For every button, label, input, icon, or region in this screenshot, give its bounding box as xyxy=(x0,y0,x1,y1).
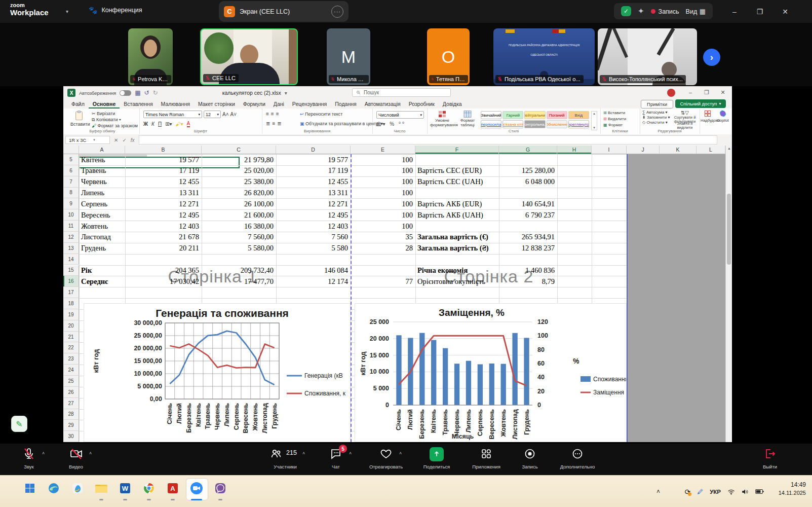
taskbar-icon-explorer[interactable] xyxy=(94,481,109,496)
delete-cells-button[interactable]: ⊟ Видалити xyxy=(603,117,626,121)
taskbar-clock[interactable]: 14:49 14.11.2025 xyxy=(779,481,806,497)
cell-B15[interactable]: 204 365 xyxy=(127,266,199,275)
cell-F15[interactable]: Річна економія xyxy=(417,266,496,275)
cell-G6[interactable]: 125 280,00 xyxy=(501,166,555,175)
increase-font-icon[interactable]: A˄ xyxy=(222,112,229,117)
taskbar-icon-acrobat[interactable]: A xyxy=(165,481,180,496)
cell-B13[interactable]: 20 211 xyxy=(127,244,199,252)
underline-button[interactable]: П xyxy=(158,121,162,127)
excel-menu-tab-Формули[interactable]: Формули xyxy=(239,99,269,108)
clear-button[interactable]: ◇ Очистити ▾ xyxy=(642,120,668,125)
ai-companion-icon[interactable]: ✦ xyxy=(638,7,644,16)
scroll-up-icon[interactable]: ▲ xyxy=(726,147,732,150)
participants-chevron-icon[interactable]: ˄ xyxy=(302,451,305,456)
security-shield-icon[interactable]: ✓ xyxy=(621,6,631,16)
addins-button[interactable]: Надбудови xyxy=(701,110,715,123)
cell-E13[interactable]: 28 xyxy=(353,244,413,252)
cell-A8[interactable]: Липень xyxy=(81,189,123,197)
cancel-icon[interactable]: ✕ xyxy=(114,137,118,143)
cell-C8[interactable]: 26 820,00 xyxy=(204,189,274,197)
language-indicator[interactable]: УКР xyxy=(710,489,721,495)
format-painter-button[interactable]: 🖌 Формат за зразком xyxy=(92,123,138,128)
cell-A7[interactable]: Червень xyxy=(81,177,123,186)
substitution-chart[interactable]: Заміщення, %05 00010 00015 00020 00025 0… xyxy=(355,303,627,442)
column-header-A[interactable]: A xyxy=(79,146,125,154)
participant-tile[interactable]: CEE LLC xyxy=(200,28,298,85)
cell-E9[interactable]: 100 xyxy=(353,200,413,208)
cell-B5[interactable]: 19 577 xyxy=(127,156,199,164)
cell-C10[interactable]: 21 600,00 xyxy=(204,211,274,220)
brand-chevron-icon[interactable]: ▾ xyxy=(66,9,68,14)
excel-menu-tab-Файл[interactable]: Файл xyxy=(67,99,89,108)
column-header-B[interactable]: B xyxy=(125,146,202,154)
video-button[interactable] xyxy=(70,448,83,461)
cell-D11[interactable]: 12 403 xyxy=(278,222,348,231)
excel-menu-tab-Малювання[interactable]: Малювання xyxy=(157,99,194,108)
wifi-icon[interactable] xyxy=(727,489,735,495)
cell-F9[interactable]: Вартість АКБ (EUR) xyxy=(417,200,496,208)
worksheet[interactable]: Генерація та споживання0,005 000,0010 00… xyxy=(63,146,732,442)
participant-tile[interactable]: Petrova Kateryna xyxy=(128,28,173,85)
row-header-9[interactable]: 9 xyxy=(63,198,79,209)
cell-B8[interactable]: 13 311 xyxy=(127,189,199,197)
cell-D6[interactable]: 17 119 xyxy=(278,166,348,175)
react-chevron-icon[interactable]: ˄ xyxy=(399,451,402,456)
cell-D10[interactable]: 12 495 xyxy=(278,211,348,220)
cell-D15[interactable]: 146 084 xyxy=(278,266,348,275)
cell-E8[interactable]: 100 xyxy=(353,189,413,197)
tab-conference[interactable]: 🐾 Конференция xyxy=(89,6,142,14)
fill-button[interactable]: ⬇ Заповнити ▾ xyxy=(642,115,670,120)
cell-C11[interactable]: 16 380,00 xyxy=(204,222,274,231)
cell-E12[interactable]: 35 xyxy=(353,233,413,241)
copilot-button[interactable]: Copilot xyxy=(716,110,730,123)
cell-C16[interactable]: 17 477,70 xyxy=(204,277,274,286)
voice-typing-icon[interactable]: 🖉 xyxy=(697,488,703,495)
font-size-select[interactable]: 12▾ xyxy=(204,111,221,118)
tray-chevron-icon[interactable]: ˄ xyxy=(656,476,660,507)
row-header-16[interactable]: 16 xyxy=(63,276,79,287)
cell-style-Зв'язана клт...[interactable]: Зв'язана клт... xyxy=(502,120,523,128)
excel-menu-tab-Подання[interactable]: Подання xyxy=(331,99,360,108)
file-name[interactable]: калькулятор сес (2).xlsx xyxy=(222,90,281,96)
cell-G9[interactable]: 140 654,91 xyxy=(501,200,555,208)
number-format-icons[interactable]: ▤▾ % ⁰⁰ xyxy=(376,121,406,127)
cell-D8[interactable]: 13 311 xyxy=(278,189,348,197)
row-header-23[interactable]: 23 xyxy=(63,353,79,365)
cell-F12[interactable]: Загальна вартість (€) xyxy=(417,233,496,241)
merge-center-button[interactable]: ▣ Об'єднати та розташувати в центрі ▾ xyxy=(300,121,383,126)
cell-E10[interactable]: 100 xyxy=(353,211,413,220)
cell-C6[interactable]: 25 020,00 xyxy=(204,166,274,175)
cell-B10[interactable]: 12 495 xyxy=(127,211,199,220)
excel-menu-tab-Автоматизація[interactable]: Автоматизація xyxy=(361,99,405,108)
cell-E16[interactable]: 77 xyxy=(353,277,413,286)
bold-button[interactable]: Ж xyxy=(143,121,148,127)
restore-button[interactable]: ❐ xyxy=(748,0,771,23)
cell-style-Обчислення[interactable]: Обчислення xyxy=(547,120,567,128)
leave-button[interactable] xyxy=(764,448,777,461)
cell-E11[interactable]: 100 xyxy=(353,222,413,231)
participant-tile[interactable]: Високо-Тополянський псих... xyxy=(598,28,697,85)
row-header-19[interactable]: 19 xyxy=(63,309,79,320)
select-all-corner[interactable] xyxy=(63,146,79,154)
row-header-29[interactable]: 29 xyxy=(63,420,79,431)
save-icon[interactable]: ▦ xyxy=(135,89,140,96)
cell-G10[interactable]: 6 790 237 xyxy=(501,211,555,220)
chat-chevron-icon[interactable]: ˄ xyxy=(349,451,352,456)
cell-style-Нейтральний[interactable]: Нейтральний xyxy=(524,111,545,119)
generation-consumption-chart[interactable]: Генерація та споживання0,005 000,0010 00… xyxy=(84,303,351,442)
participants-button[interactable] xyxy=(270,448,283,461)
cell-C15[interactable]: 209 732,40 xyxy=(204,266,274,275)
cell-E7[interactable]: 100 xyxy=(353,177,413,186)
cell-E5[interactable]: 100 xyxy=(353,156,413,164)
cell-C5[interactable]: 21 979,80 xyxy=(204,156,274,164)
taskbar-icon-edge[interactable] xyxy=(46,481,61,496)
row-header-8[interactable]: 8 xyxy=(63,188,79,199)
excel-close-button[interactable]: ✕ xyxy=(715,86,731,98)
cell-F16[interactable]: Орієнтовна окупність xyxy=(417,277,496,286)
cell-A11[interactable]: Жовтень xyxy=(81,222,123,231)
cell-A6[interactable]: Травень xyxy=(81,166,123,175)
excel-menu-tab-Довідка[interactable]: Довідка xyxy=(439,99,466,108)
close-button[interactable]: ✕ xyxy=(774,0,797,23)
audio-chevron-icon[interactable]: ˄ xyxy=(42,451,45,456)
excel-menu-tab-Основне[interactable]: Основне xyxy=(89,99,120,108)
